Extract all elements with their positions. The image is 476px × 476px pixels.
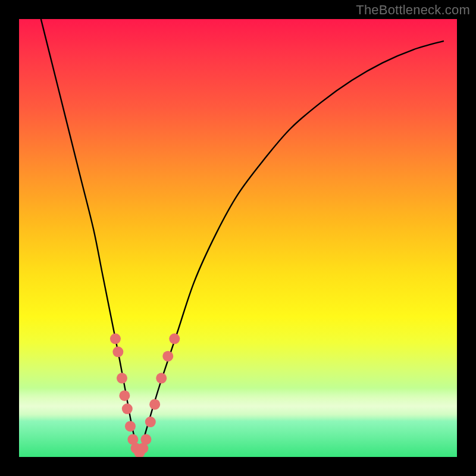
chart-frame: TheBottleneck.com [0, 0, 476, 476]
curve-marker [110, 333, 121, 344]
curve-line [41, 19, 444, 453]
curve-marker [162, 351, 173, 362]
curve-marker [122, 403, 133, 414]
curve-marker [145, 416, 156, 427]
chart-svg [19, 19, 457, 457]
curve-marker [140, 434, 151, 445]
curve-marker [119, 390, 130, 401]
curve-marker [112, 346, 123, 357]
curve-marker [117, 373, 127, 384]
bottleneck-curve [41, 19, 444, 453]
curve-markers [110, 333, 180, 457]
curve-marker [169, 333, 180, 344]
watermark-text: TheBottleneck.com [356, 2, 470, 18]
curve-marker [149, 399, 160, 410]
curve-marker [156, 373, 167, 384]
curve-marker [125, 421, 136, 431]
plot-area [19, 19, 457, 457]
